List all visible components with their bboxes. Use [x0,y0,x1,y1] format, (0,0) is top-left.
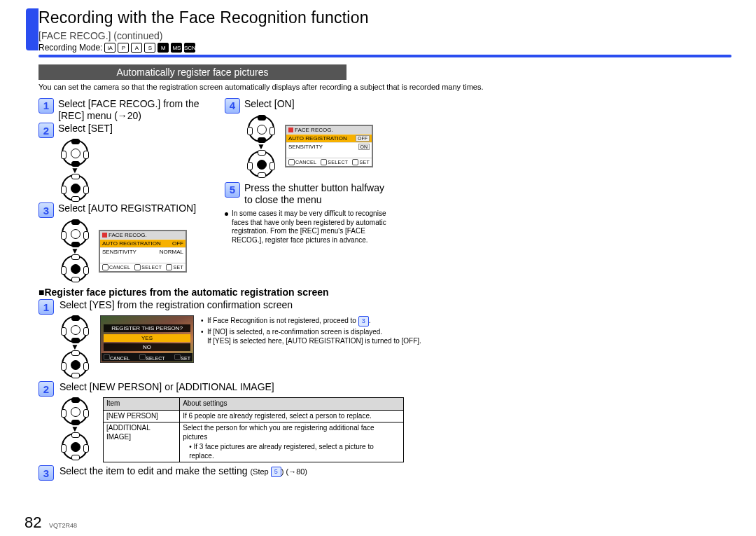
subtitle-cont: (continued) [113,30,162,41]
screen-row-label: SENSITIVITY [288,144,323,150]
confirm-yes: YES [104,334,190,342]
dpad-icon [62,433,88,460]
dpad-icon [248,116,274,142]
table-cell: [NEW PERSON] [104,410,180,422]
arrow-down-icon: ▼ [243,142,279,151]
subtitle-tag: [FACE RECOG.] [38,30,111,41]
screen-footer: SET [173,265,183,270]
select-icon [134,264,141,270]
cancel-icon [288,159,295,165]
mode-icon: P [118,43,129,53]
step-number: 1 [38,98,54,114]
dpad-icon [248,151,274,177]
blue-tab [26,8,38,50]
set-icon [174,354,181,360]
step-number: 5 [225,182,240,198]
screen-footer: SELECT [328,160,348,165]
note-text: In some cases it may be very difficult t… [225,209,393,245]
mode-icon: MS [171,43,182,53]
step-text: Press the shutter button halfway to clos… [244,182,393,206]
recording-mode-label: Recording Mode: [38,43,102,53]
step-number: 3 [38,465,54,481]
subsection-heading: ■Register face pictures from the automat… [38,287,732,298]
screen-row-value: NORMAL [160,249,183,255]
left-column: 1 Select [FACE RECOG.] from the [REC] me… [38,97,215,283]
step-text: Select [NEW PERSON] or [ADDITIONAL IMAGE… [59,381,274,393]
screen-title: FACE RECOG. [108,232,147,238]
confirm-no: NO [104,343,190,351]
screen-footer: CANCEL [109,265,130,270]
settings-table: ItemAbout settings [NEW PERSON]If 6 peop… [103,397,404,462]
mode-icon: S [144,43,155,53]
step-ref-icon: 3 [358,316,369,327]
table-cell: Select the person for which you are regi… [180,422,404,462]
step-text: Select the item to edit and make the set… [59,465,307,477]
screen-footer: CANCEL [295,160,316,165]
recording-mode-row: Recording Mode: iA P A S M MS SCN [38,43,732,53]
screen-row-value: OFF [356,135,370,142]
step-number: 4 [225,98,240,114]
confirmation-screen: REGISTER THIS PERSON? YES NO CANCELSELEC… [100,315,194,363]
section-heading: Automatically register face pictures [38,64,346,80]
mode-icon: A [131,43,142,53]
step-number: 2 [38,123,54,138]
step-text: Select [AUTO REGISTRATION] [58,202,196,214]
page-title: Recording with the Face Recognition func… [38,8,732,27]
dpad-icon [62,220,88,247]
dpad-icon [62,351,88,378]
page-number: 82 [24,514,41,532]
step-text: Select [FACE RECOG.] from the [REC] menu… [58,98,215,122]
bullet-notes: If Face Recognition is not registered, p… [201,315,732,346]
screen-title: FACE RECOG. [295,127,333,133]
dpad-icon [62,316,88,343]
table-cell: [ADDITIONAL IMAGE] [104,422,180,462]
screen-row-value: OFF [172,240,183,247]
confirm-question: REGISTER THIS PERSON? [104,324,190,332]
set-icon [352,159,358,165]
face-icon [288,128,293,132]
cancel-icon [102,264,108,270]
select-icon [139,354,146,360]
screen-row-value: ON [358,144,370,150]
mode-icon: M [158,43,169,53]
screen-row-label: AUTO REGISTRATION [102,240,161,247]
dpad-icon [62,398,88,425]
set-icon [166,264,172,270]
step-ref-icon: 5 [271,467,281,477]
step-number: 3 [38,202,54,218]
divider [38,55,732,57]
step-text: Select [YES] from the registration confi… [59,299,396,311]
select-icon [321,159,327,165]
screen-footer: SET [359,160,370,165]
dpad-icon [62,255,88,282]
screen-footer: SELECT [141,265,162,270]
camera-screen: FACE RECOG. AUTO REGISTRATIONOFF SENSITI… [99,230,187,273]
face-icon [102,233,107,238]
mode-icon: SCN [184,43,195,53]
table-header: Item [104,398,180,411]
doc-id: VQT2R48 [49,522,77,529]
intro-text: You can set the camera so that the regis… [38,83,732,92]
step-text: Select [SET] [58,123,113,135]
subtitle: [FACE RECOG.] (continued) [38,30,732,41]
dpad-icon [62,139,88,166]
step-text: Select [ON] [244,98,295,110]
dpad-icon [62,174,88,201]
table-cell: If 6 people are already registered, sele… [180,410,404,422]
camera-screen: FACE RECOG. AUTO REGISTRATIONOFF SENSITI… [285,125,373,167]
screen-row-label: AUTO REGISTRATION [288,135,347,142]
right-column: 4 Select [ON] ▼ FACE RECOG. AUTO REGISTR… [225,97,393,283]
mode-icon: iA [104,43,115,53]
step-number: 2 [38,381,54,397]
cancel-icon [104,354,110,360]
screen-row-label: SENSITIVITY [102,249,136,255]
step-number: 1 [38,299,54,315]
table-header: About settings [180,398,404,411]
